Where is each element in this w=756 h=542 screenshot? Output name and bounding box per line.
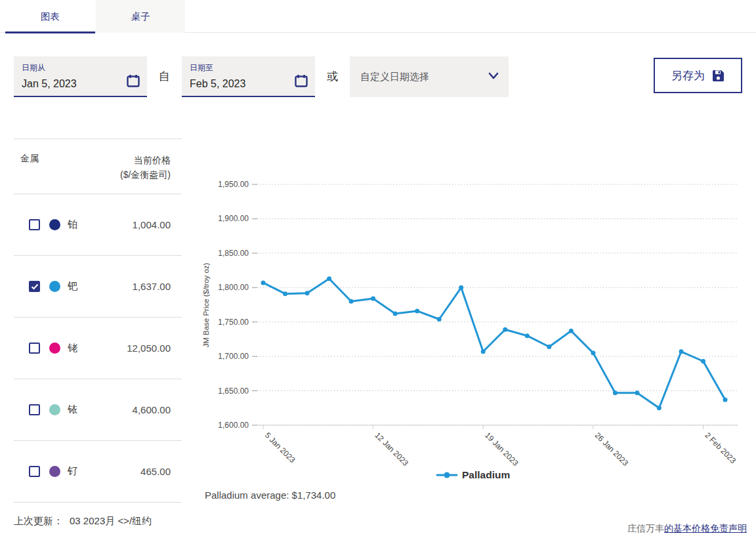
data-point[interactable]	[613, 390, 618, 395]
metal-price: 1,637.00	[133, 281, 171, 292]
data-point[interactable]	[701, 359, 705, 364]
disclaimer: 庄信万丰的基本价格免责声明	[627, 523, 747, 535]
series-line	[263, 279, 725, 408]
check-icon	[31, 283, 39, 290]
data-point[interactable]	[459, 285, 463, 290]
data-point[interactable]	[591, 350, 595, 355]
legend-item-palladium[interactable]: Palladium	[437, 469, 510, 480]
y-tick-label: 1,900.00	[218, 214, 249, 223]
x-tick-label: 2 Feb 2023	[703, 430, 738, 465]
metal-name: 钌	[68, 465, 77, 478]
date-to-label: 日期至	[190, 62, 307, 73]
metal-row-1: 钯1,637.00	[14, 256, 182, 318]
last-updated-text: 上次更新：03 2023月 <>/纽约	[14, 515, 152, 528]
x-tick-label: 12 Jan 2023	[373, 430, 410, 468]
disclaimer-prefix: 庄信万丰	[627, 523, 664, 533]
metal-color-dot	[49, 343, 60, 354]
metal-color-dot	[49, 219, 60, 230]
x-tick-label: 5 Jan 2023	[263, 430, 297, 465]
price-column-header: 当前价格 ($/金衡盎司)	[120, 153, 171, 194]
y-tick-label: 1,750.00	[218, 318, 249, 327]
metal-column-header: 金属	[20, 153, 39, 194]
last-updated-label: 上次更新：	[14, 515, 63, 526]
date-from-field[interactable]: 日期从 Jan 5, 2023	[14, 56, 147, 97]
metal-checkbox[interactable]	[29, 281, 40, 292]
data-point[interactable]	[569, 329, 574, 333]
metal-checkbox[interactable]	[29, 404, 40, 415]
data-point[interactable]	[437, 317, 442, 322]
data-point[interactable]	[415, 308, 419, 313]
data-point[interactable]	[305, 291, 310, 295]
tab-chart[interactable]: 图表	[5, 0, 95, 33]
y-tick-label: 1,600.00	[218, 421, 249, 430]
date-to-value[interactable]: Feb 5, 2023	[190, 78, 307, 90]
metal-price: 465.00	[140, 466, 171, 477]
data-point[interactable]	[679, 349, 684, 354]
metals-table-body: 铂1,004.00钯1,637.00铑12,050.00铱4,600.00钌46…	[14, 194, 182, 503]
y-tick-label: 1,800.00	[218, 283, 249, 292]
data-point[interactable]	[371, 297, 375, 301]
date-to-field[interactable]: 日期至 Feb 5, 2023	[182, 56, 315, 97]
chevron-down-icon	[488, 72, 499, 80]
data-point[interactable]	[481, 349, 486, 354]
metal-name: 铱	[68, 404, 77, 416]
connector-or: 或	[327, 69, 338, 84]
price-header-line1: 当前价格	[120, 153, 171, 167]
data-point[interactable]	[635, 390, 639, 395]
series-average-note: Palladium average: $1,734.00	[205, 490, 335, 501]
y-tick-label: 1,700.00	[218, 352, 249, 361]
metal-row-3: 铱4,600.00	[14, 379, 182, 441]
data-point[interactable]	[503, 327, 507, 332]
data-point[interactable]	[723, 398, 728, 402]
metal-price: 4,600.00	[133, 404, 171, 415]
metal-name: 钯	[68, 280, 77, 293]
y-tick-label: 1,950.00	[218, 180, 249, 189]
metal-row-4: 钌465.00	[14, 441, 182, 503]
y-tick-label: 1,650.00	[218, 386, 249, 396]
date-preset-value: 自定义日期选择	[360, 71, 429, 83]
y-axis-title: JM Base Price ($/troy oz)	[202, 262, 210, 347]
data-point[interactable]	[393, 312, 398, 316]
metals-table: 金属 当前价格 ($/金衡盎司) 铂1,004.00钯1,637.00铑12,0…	[14, 138, 182, 503]
data-point[interactable]	[283, 291, 287, 296]
data-point[interactable]	[261, 280, 266, 285]
data-point[interactable]	[657, 406, 662, 410]
metal-color-dot	[49, 281, 60, 292]
tabs-bar: 图表 桌子	[0, 0, 756, 33]
metal-row-2: 铑12,050.00	[14, 318, 182, 379]
metal-name: 铂	[68, 219, 77, 231]
metal-checkbox[interactable]	[29, 343, 40, 354]
metal-color-dot	[49, 466, 60, 477]
x-tick-label: 19 Jan 2023	[483, 430, 520, 468]
data-point[interactable]	[547, 344, 551, 349]
calendar-icon[interactable]	[295, 74, 308, 87]
disclaimer-link[interactable]: 的基本价格免责声明	[664, 523, 747, 533]
metals-table-header: 金属 当前价格 ($/金衡盎司)	[14, 139, 182, 194]
metal-color-dot	[49, 404, 60, 415]
date-preset-dropdown[interactable]: 自定义日期选择	[350, 56, 509, 97]
data-point[interactable]	[525, 333, 530, 338]
save-as-button[interactable]: 另存为	[654, 58, 742, 93]
metal-price: 12,050.00	[127, 343, 171, 354]
data-point[interactable]	[327, 276, 331, 281]
metal-name: 铑	[68, 342, 77, 354]
price-header-line2: ($/金衡盎司)	[120, 167, 171, 182]
metal-row-0: 铂1,004.00	[14, 194, 182, 256]
data-point[interactable]	[349, 299, 354, 304]
tab-table-label: 桌子	[131, 10, 150, 23]
metal-checkbox[interactable]	[29, 466, 40, 477]
price-line-chart: 1,600.001,650.001,700.001,750.001,800.00…	[197, 171, 756, 486]
save-as-label: 另存为	[671, 68, 705, 83]
metal-checkbox[interactable]	[29, 219, 40, 230]
legend-label: Palladium	[462, 469, 510, 480]
legend-dot-marker	[444, 472, 450, 478]
connector-from: 自	[159, 69, 170, 84]
date-from-value[interactable]: Jan 5, 2023	[22, 78, 139, 90]
tab-chart-label: 图表	[41, 10, 60, 23]
last-updated-value: 03 2023月 <>/纽约	[70, 515, 152, 526]
tab-table[interactable]: 桌子	[96, 0, 185, 33]
calendar-icon[interactable]	[127, 74, 140, 87]
metal-price: 1,004.00	[133, 219, 171, 230]
y-tick-label: 1,850.00	[218, 249, 249, 258]
x-tick-label: 26 Jan 2023	[593, 430, 631, 468]
